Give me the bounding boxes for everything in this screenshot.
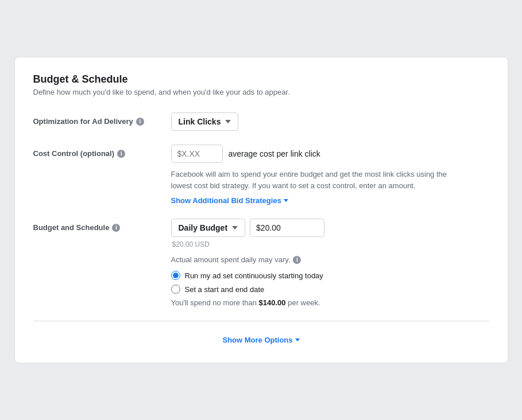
section-subtitle: Define how much you'd like to spend, and… [33,88,489,96]
budget-schedule-row: Budget and Schedule i Daily Budget $20.0… [33,219,489,307]
cost-control-row: Cost Control (optional) i average cost p… [33,145,489,205]
show-bid-strategies-link[interactable]: Show Additional Bid Strategies [171,196,288,205]
budget-type-chevron-icon [232,226,238,230]
section-divider [33,321,489,321]
radio-continuous-input[interactable] [171,271,180,280]
cost-control-input-row: average cost per link click [171,145,489,163]
budget-amount-input[interactable] [250,219,324,237]
radio-date-range-label: Set a start and end date [185,285,265,294]
spend-summary: You'll spend no more than $140.00 per we… [171,298,489,307]
radio-option-date-range[interactable]: Set a start and end date [171,285,489,294]
optimization-info-icon[interactable]: i [136,118,144,126]
cost-unit-label: average cost per link click [229,149,320,158]
cost-control-description: Facebook will aim to spend your entire b… [171,169,470,191]
budget-usd-label: $20.00 USD [171,240,489,248]
show-more-chevron-icon [295,339,300,341]
section-title: Budget & Schedule [33,73,489,85]
radio-date-range-input[interactable] [171,285,180,294]
optimization-chevron-icon [225,120,231,123]
optimization-row: Optimization for Ad Delivery i Link Clic… [33,112,489,131]
budget-type-dropdown[interactable]: Daily Budget [171,219,246,237]
cost-control-content: average cost per link click Facebook wil… [171,145,489,205]
optimization-content: Link Clicks [171,112,489,131]
show-more-row: Show More Options [33,335,489,344]
radio-continuous-label: Run my ad set continuously starting toda… [185,271,323,280]
cost-control-label: Cost Control (optional) i [33,145,171,158]
budget-schedule-card: Budget & Schedule Define how much you'd … [14,57,508,363]
budget-schedule-label: Budget and Schedule i [33,219,171,232]
optimization-label: Optimization for Ad Delivery i [33,112,171,126]
cost-control-info-icon[interactable]: i [117,150,125,158]
budget-schedule-content: Daily Budget $20.00 USD Actual amount sp… [171,219,489,307]
actual-amount-row: Actual amount spent daily may vary. i [171,255,489,264]
cost-control-input[interactable] [171,145,223,163]
optimization-dropdown[interactable]: Link Clicks [171,112,239,131]
budget-schedule-info-icon[interactable]: i [112,224,120,232]
actual-amount-info-icon[interactable]: i [293,256,301,264]
budget-input-row: Daily Budget [171,219,489,237]
spend-amount: $140.00 [259,298,286,307]
show-more-options-link[interactable]: Show More Options [222,336,299,344]
radio-option-continuous[interactable]: Run my ad set continuously starting toda… [171,271,489,280]
bid-strategies-chevron-icon [284,199,288,202]
